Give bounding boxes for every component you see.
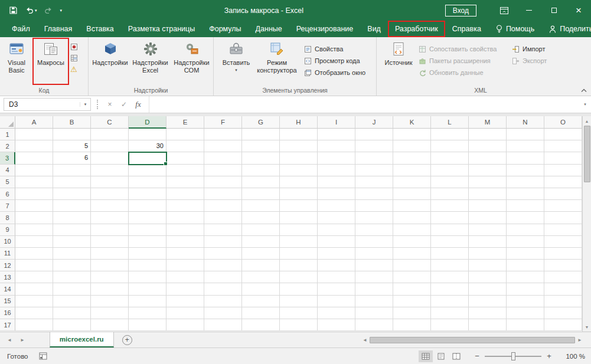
cell-J3[interactable] — [355, 152, 393, 164]
cell-H17[interactable] — [280, 319, 318, 331]
tab-tellme[interactable]: Помощь — [488, 21, 541, 37]
cell-F10[interactable] — [204, 236, 242, 248]
macro-security-button[interactable]: ⚠ — [68, 64, 79, 74]
cell-I9[interactable] — [318, 224, 355, 236]
cell-O12[interactable] — [544, 260, 582, 271]
cell-C13[interactable] — [91, 271, 129, 283]
cell-D11[interactable] — [129, 248, 166, 260]
enter-entry-button[interactable]: ✓ — [117, 100, 131, 109]
cell-D13[interactable] — [129, 271, 166, 283]
cell-K11[interactable] — [393, 248, 431, 260]
cell-O17[interactable] — [544, 319, 582, 331]
share-button[interactable]: Поделиться — [541, 21, 591, 37]
cell-C3[interactable] — [91, 152, 129, 164]
horizontal-scroll-thumb[interactable] — [370, 337, 575, 343]
cell-E13[interactable] — [166, 271, 204, 283]
cell-B2[interactable]: 5 — [53, 140, 91, 152]
cell-G4[interactable] — [242, 165, 280, 176]
cell-M7[interactable] — [469, 200, 507, 212]
cell-H8[interactable] — [280, 212, 318, 224]
cell-N3[interactable] — [507, 152, 544, 164]
cell-I10[interactable] — [318, 236, 355, 248]
scroll-left-button[interactable]: ◄ — [363, 337, 367, 343]
cell-B12[interactable] — [53, 260, 91, 271]
column-header-H[interactable]: H — [280, 116, 318, 129]
cell-O8[interactable] — [544, 212, 582, 224]
cell-O11[interactable] — [544, 248, 582, 260]
cell-A17[interactable] — [15, 319, 53, 331]
expand-formula-bar-caret-icon[interactable]: ▾ — [579, 102, 591, 107]
cell-H11[interactable] — [280, 248, 318, 260]
column-header-O[interactable]: O — [544, 116, 582, 129]
page-break-view-button[interactable] — [449, 350, 463, 362]
cell-M1[interactable] — [469, 129, 507, 140]
cell-J1[interactable] — [355, 129, 393, 140]
column-header-B[interactable]: B — [53, 116, 91, 129]
tab-formulas[interactable]: Формулы — [202, 21, 248, 37]
cell-G17[interactable] — [242, 319, 280, 331]
cell-O1[interactable] — [544, 129, 582, 140]
cell-H12[interactable] — [280, 260, 318, 271]
cell-K2[interactable] — [393, 140, 431, 152]
cell-L1[interactable] — [431, 129, 469, 140]
cell-M2[interactable] — [469, 140, 507, 152]
column-header-I[interactable]: I — [318, 116, 355, 129]
customize-qat-button[interactable]: ▾ — [57, 6, 66, 15]
cell-M13[interactable] — [469, 271, 507, 283]
cell-D16[interactable] — [129, 307, 166, 319]
cell-L12[interactable] — [431, 260, 469, 271]
cell-D1[interactable] — [129, 129, 166, 140]
cell-L15[interactable] — [431, 296, 469, 307]
macro-record-indicator[interactable] — [39, 352, 47, 360]
cell-A4[interactable] — [15, 165, 53, 176]
column-header-M[interactable]: M — [469, 116, 507, 129]
cell-O9[interactable] — [544, 224, 582, 236]
cell-F14[interactable] — [204, 283, 242, 295]
cell-J2[interactable] — [355, 140, 393, 152]
cell-A9[interactable] — [15, 224, 53, 236]
cell-E6[interactable] — [166, 188, 204, 200]
tab-view[interactable]: Вид — [360, 21, 388, 37]
cell-M16[interactable] — [469, 307, 507, 319]
cell-K14[interactable] — [393, 283, 431, 295]
cell-E5[interactable] — [166, 176, 204, 188]
row-header-9[interactable]: 9 — [0, 224, 15, 236]
column-header-C[interactable]: C — [91, 116, 129, 129]
cell-C9[interactable] — [91, 224, 129, 236]
cell-D2[interactable]: 30 — [129, 140, 166, 152]
cell-I6[interactable] — [318, 188, 355, 200]
excel-addins-button[interactable]: Надстройки Excel — [131, 40, 170, 83]
cell-A15[interactable] — [15, 296, 53, 307]
cell-L3[interactable] — [431, 152, 469, 164]
cell-C16[interactable] — [91, 307, 129, 319]
row-header-13[interactable]: 13 — [0, 271, 15, 283]
cell-B5[interactable] — [53, 176, 91, 188]
cell-H4[interactable] — [280, 165, 318, 176]
vertical-scrollbar[interactable]: ▲ ▼ — [582, 116, 591, 332]
cell-H10[interactable] — [280, 236, 318, 248]
cell-G9[interactable] — [242, 224, 280, 236]
minimize-button[interactable] — [517, 0, 541, 21]
insert-controls-button[interactable]: Вставить ▾ — [220, 40, 253, 83]
zoom-level[interactable]: 100 % — [557, 353, 585, 360]
cell-E9[interactable] — [166, 224, 204, 236]
row-header-6[interactable]: 6 — [0, 188, 15, 200]
cell-J4[interactable] — [355, 165, 393, 176]
cell-O2[interactable] — [544, 140, 582, 152]
cell-E17[interactable] — [166, 319, 204, 331]
add-sheet-button[interactable]: + — [122, 335, 132, 345]
cell-C5[interactable] — [91, 176, 129, 188]
scroll-up-button[interactable]: ▲ — [583, 116, 591, 126]
collapse-ribbon-button[interactable] — [580, 88, 587, 93]
formula-bar-splitter[interactable] — [97, 100, 98, 109]
cell-K13[interactable] — [393, 271, 431, 283]
cell-G14[interactable] — [242, 283, 280, 295]
cell-A1[interactable] — [15, 129, 53, 140]
properties-button[interactable]: Свойства — [301, 43, 368, 55]
cell-K6[interactable] — [393, 188, 431, 200]
cell-J14[interactable] — [355, 283, 393, 295]
tab-page-layout[interactable]: Разметка страницы — [121, 21, 202, 37]
cell-I5[interactable] — [318, 176, 355, 188]
cell-F5[interactable] — [204, 176, 242, 188]
show-window-button[interactable]: Отобразить окно — [301, 67, 368, 78]
